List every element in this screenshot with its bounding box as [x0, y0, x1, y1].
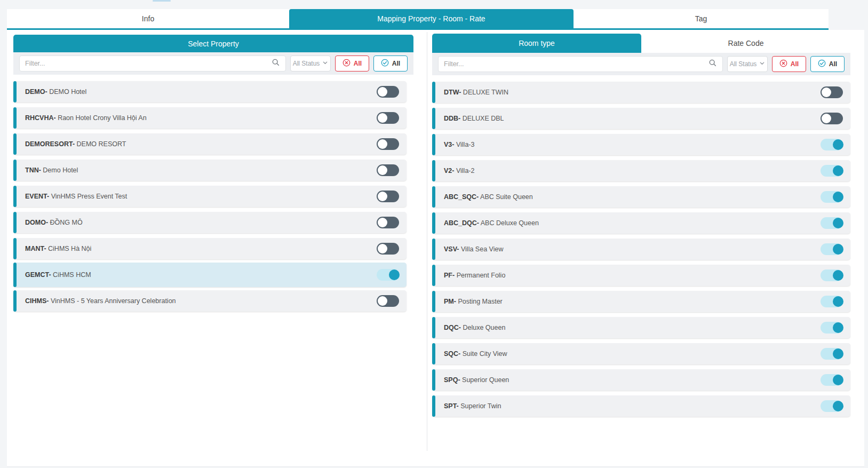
room-type-toggle[interactable] — [821, 86, 843, 98]
room-type-name: DELUXE TWIN — [463, 89, 508, 96]
property-name: VinHMS - 5 Years Anniversary Celebration — [51, 297, 176, 305]
property-row[interactable]: DOMO- ĐỒNG MÔ — [13, 212, 407, 233]
room-deselect-all-button[interactable]: All — [772, 56, 806, 72]
room-type-row[interactable]: ABC_SQC- ABC Suite Queen — [432, 186, 850, 208]
room-filter-text[interactable] — [444, 60, 708, 68]
property-row[interactable]: MANT- CiHMS Hà Nội — [13, 238, 407, 259]
property-name: CiHMS HCM — [53, 271, 91, 279]
room-rate-panel: Room typeRate Code All Status All — [432, 34, 850, 417]
toggle-knob — [833, 322, 843, 333]
property-row[interactable]: DEMO- DEMO Hotel — [13, 81, 407, 102]
property-row[interactable]: EVENT- VinHMS Press Event Test — [13, 186, 407, 207]
room-type-toggle[interactable] — [821, 191, 843, 203]
room-type-label: DTW- DELUXE TWIN — [444, 89, 508, 96]
room-type-row[interactable]: SPQ- Superior Queen — [432, 369, 850, 391]
room-filter-input[interactable] — [438, 56, 723, 72]
room-type-toggle[interactable] — [821, 269, 843, 281]
property-toggle[interactable] — [377, 243, 399, 255]
property-status-select[interactable]: All Status — [290, 55, 331, 72]
room-status-value: All Status — [730, 60, 757, 68]
room-type-row[interactable]: SPT- Superior Twin — [432, 395, 850, 417]
row-accent-bar — [13, 186, 17, 207]
tab-tag[interactable]: Tag — [574, 9, 829, 28]
property-toggle[interactable] — [377, 164, 399, 176]
room-type-toggle[interactable] — [821, 374, 843, 386]
subtab-rate-code[interactable]: Rate Code — [641, 34, 850, 53]
room-type-toggle[interactable] — [821, 165, 843, 177]
room-type-name: Villa Sea View — [461, 245, 503, 253]
property-filter-input[interactable] — [19, 55, 286, 72]
property-name: Raon Hotel Crony Villa Hội An — [58, 114, 147, 122]
toggle-knob — [378, 296, 387, 306]
room-type-code: PF- — [444, 272, 455, 279]
room-type-code: SQC- — [444, 350, 460, 358]
room-select-all-button[interactable]: All — [810, 56, 845, 72]
room-type-code: SPT- — [444, 402, 459, 410]
room-type-toggle[interactable] — [821, 217, 843, 229]
toggle-knob — [833, 165, 843, 176]
top-accent-bar — [153, 0, 171, 2]
room-type-row[interactable]: ABC_DQC- ABC Deluxe Queen — [432, 212, 850, 234]
room-type-name: DELUXE DBL — [463, 115, 504, 122]
property-toggle[interactable] — [377, 295, 399, 307]
room-type-row[interactable]: V3- Villa-3 — [432, 134, 850, 155]
property-toggle[interactable] — [377, 138, 399, 150]
row-accent-bar — [13, 107, 17, 129]
room-type-row[interactable]: DDB- DELUXE DBL — [432, 108, 850, 129]
select-property-panel: Select Property All Status All — [13, 35, 413, 312]
room-type-row[interactable]: DQC- Deluxe Queen — [432, 317, 850, 338]
row-accent-bar — [432, 186, 435, 208]
room-type-row[interactable]: PM- Posting Master — [432, 291, 850, 312]
room-type-toggle[interactable] — [821, 113, 843, 124]
toggle-knob — [822, 88, 831, 97]
toggle-knob — [833, 296, 843, 307]
property-select-all-button[interactable]: All — [373, 55, 408, 72]
property-toggle[interactable] — [377, 112, 399, 124]
property-code: DEMO- — [25, 88, 47, 96]
property-filter-text[interactable] — [25, 60, 272, 67]
property-toggle[interactable] — [377, 217, 399, 228]
property-toggle[interactable] — [377, 191, 399, 202]
subtab-room-type[interactable]: Room type — [432, 34, 641, 53]
room-status-select[interactable]: All Status — [727, 56, 768, 72]
room-type-toggle[interactable] — [821, 322, 843, 334]
property-toggle[interactable] — [377, 86, 399, 98]
room-type-toggle[interactable] — [821, 348, 843, 360]
property-row[interactable]: TNN- Demo Hotel — [13, 160, 407, 181]
property-label: DEMORESORT- DEMO RESORT — [25, 140, 126, 148]
row-accent-bar — [432, 239, 435, 260]
room-type-row[interactable]: V2- Villa-2 — [432, 160, 850, 181]
property-deselect-all-button[interactable]: All — [335, 55, 369, 72]
room-type-row[interactable]: PF- Permanent Folio — [432, 265, 850, 286]
property-code: DOMO- — [25, 219, 48, 226]
row-accent-bar — [432, 291, 435, 312]
toggle-knob — [833, 139, 843, 150]
property-filter-row: All Status All All — [13, 52, 413, 75]
room-type-row[interactable]: VSV- Villa Sea View — [432, 239, 850, 260]
room-type-toggle[interactable] — [821, 400, 843, 412]
tab-info[interactable]: Info — [7, 9, 289, 28]
toggle-knob — [378, 139, 387, 149]
room-type-toggle[interactable] — [821, 296, 843, 307]
room-type-name: Permanent Folio — [457, 272, 506, 279]
property-row[interactable]: RHCVHA- Raon Hotel Crony Villa Hội An — [13, 107, 407, 129]
property-toggle[interactable] — [377, 269, 399, 281]
property-label: DEMO- DEMO Hotel — [25, 88, 86, 96]
toggle-knob — [378, 244, 387, 253]
room-type-row[interactable]: SQC- Suite City View — [432, 343, 850, 364]
room-type-label: SPQ- Superior Queen — [444, 376, 509, 384]
toggle-knob — [378, 192, 387, 201]
tab-mapping-property-room-rate[interactable]: Mapping Property - Room - Rate — [289, 9, 574, 28]
property-row[interactable]: GEMCT- CiHMS HCM — [13, 263, 407, 287]
property-row[interactable]: DEMORESORT- DEMO RESORT — [13, 133, 407, 155]
select-property-header: Select Property — [13, 35, 413, 52]
room-type-name: Villa-2 — [456, 167, 475, 174]
room-type-toggle[interactable] — [821, 243, 843, 255]
row-accent-bar — [432, 134, 435, 155]
main-tabs: InfoMapping Property - Room - RateTag — [7, 9, 829, 30]
property-status-value: All Status — [293, 60, 320, 67]
toggle-knob — [833, 244, 843, 255]
room-type-toggle[interactable] — [821, 139, 843, 150]
property-row[interactable]: CIHMS- VinHMS - 5 Years Anniversary Cele… — [13, 290, 407, 312]
room-type-row[interactable]: DTW- DELUXE TWIN — [432, 82, 850, 103]
